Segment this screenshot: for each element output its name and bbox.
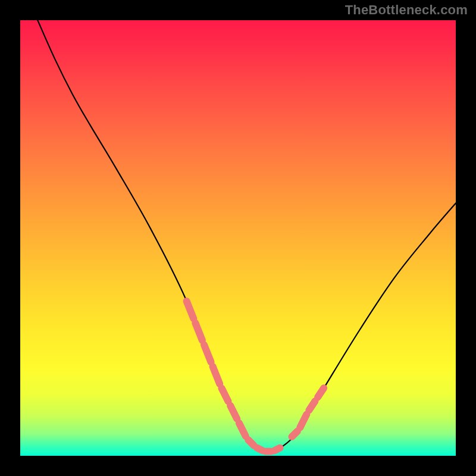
bottleneck-curve (37, 20, 456, 452)
chart-frame: TheBottleneck.com (0, 0, 476, 476)
highlight-dash (204, 345, 211, 362)
highlight-dash (187, 301, 194, 318)
highlight-dash (248, 440, 253, 445)
highlight-dash (309, 401, 315, 410)
highlight-dash (195, 323, 202, 340)
highlight-dashes (187, 301, 324, 451)
attribution-text: TheBottleneck.com (345, 2, 468, 18)
highlight-dash (300, 414, 306, 427)
highlight-dash (292, 431, 297, 437)
highlight-dash (230, 406, 237, 419)
highlight-dash (274, 448, 280, 451)
highlight-dash (318, 388, 324, 397)
plot-gradient-area (20, 20, 456, 456)
highlight-dash (257, 448, 262, 451)
chart-svg (20, 20, 456, 456)
highlight-dash (213, 367, 220, 384)
highlight-dash (239, 423, 246, 436)
highlight-dash (222, 388, 228, 401)
